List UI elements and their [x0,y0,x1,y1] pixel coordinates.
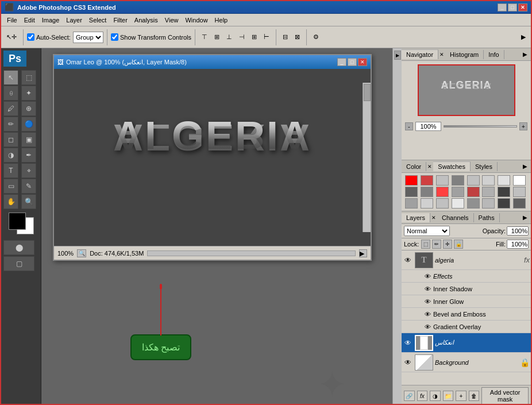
lock-position-button[interactable]: ✛ [443,240,452,249]
effect-eye-bevel-emboss[interactable]: 👁 [425,311,431,318]
tab-navigator[interactable]: Navigator [402,49,438,59]
swatch-light-gray[interactable] [436,175,449,186]
swatch-silver[interactable] [467,175,480,186]
swatch-gray[interactable] [452,175,464,186]
swatch-gray-3g[interactable] [498,198,510,209]
tab-color[interactable]: Color [402,162,426,171]
auto-select-dropdown[interactable]: Group Layer [73,32,103,43]
screen-mode-button[interactable]: ▢ [3,256,34,271]
lock-transparent-button[interactable]: ⬚ [421,240,430,249]
close-button[interactable]: ✕ [518,3,527,11]
selection-tool-button[interactable]: ↖ [3,70,18,85]
zoom-in-button[interactable]: + [519,122,527,130]
menu-analysis[interactable]: Analysis [131,16,161,25]
swatch-dark-gray[interactable] [405,187,418,197]
dodge-tool-button[interactable]: ◑ [3,148,18,163]
effect-eye-gradient-overlay[interactable]: 👁 [425,323,431,330]
align-center-button[interactable]: ⊞ [249,32,260,43]
swatches-menu-button[interactable]: ▶ [519,162,531,171]
swatch-charcoal[interactable] [498,187,510,197]
dist-h-button[interactable]: ⊟ [280,32,291,43]
align-right-button[interactable]: ⊢ [261,32,272,43]
layer-row-ankaas[interactable]: 👁 انعکاس [402,333,531,353]
menu-help[interactable]: Help [211,16,232,25]
menu-image[interactable]: Image [38,16,63,25]
text-tool-button[interactable]: T [3,163,18,178]
tab-info[interactable]: Info [484,50,504,59]
clone-stamp-button[interactable]: 🔵 [21,117,36,132]
align-bottom-button[interactable]: ⊥ [223,32,235,43]
dist-v-button[interactable]: ⊠ [292,32,303,43]
zoom-out-small-button[interactable]: - [405,122,413,130]
tab-swatches[interactable]: Swatches [433,161,471,171]
tab-paths[interactable]: Paths [474,213,500,222]
effect-gradient-overlay[interactable]: 👁 Gradient Overlay [402,321,531,333]
move-tool-button[interactable]: ↖✛ [3,32,20,43]
panel-toggle-button[interactable]: ▶ [394,51,401,60]
swatch-gray-3b[interactable] [421,198,433,209]
lasso-tool-button[interactable]: ⍬ [3,86,18,101]
delete-layer-button[interactable]: 🗑 [469,391,480,401]
show-transform-checkbox[interactable] [111,33,118,41]
swatch-dark-red[interactable] [421,175,433,186]
eyedropper-button[interactable]: 🖊 [3,101,18,116]
zoom-out-button[interactable]: 🔍 [77,249,86,257]
swatch-pale-gray[interactable] [513,187,526,197]
hand-tool-button[interactable]: ✋ [3,194,18,209]
add-vector-mask-button[interactable]: Add vector mask [481,387,529,404]
layers-menu-button[interactable]: ▶ [519,213,531,222]
swatch-gray-3a[interactable] [405,198,418,209]
tab-channels[interactable]: Channels [437,213,473,222]
align-middle-button[interactable]: ⊞ [211,32,222,43]
brush-tool-button[interactable]: ✏ [3,117,18,132]
layer-eye-algeria[interactable]: 👁 [403,255,413,265]
doc-scroll-h[interactable] [147,250,356,256]
more-button[interactable]: ▶ [518,32,529,43]
notes-tool-button[interactable]: ✎ [21,179,36,194]
effect-inner-glow[interactable]: 👁 Inner Glow [402,295,531,308]
swatch-gray-3e[interactable] [467,198,480,209]
link-layers-button[interactable]: 🔗 [404,391,415,401]
doc-close-button[interactable]: ✕ [358,58,367,66]
gradient-tool-button[interactable]: ▣ [21,132,36,147]
swatch-warm-gray[interactable] [482,187,495,197]
crop-tool-button[interactable]: ⬚ [21,70,36,85]
path-select-button[interactable]: ⌖ [21,163,36,178]
swatch-red[interactable] [405,175,418,186]
menu-filter[interactable]: Filter [110,16,130,25]
swatch-medium-gray[interactable] [452,187,464,197]
effect-eye-inner-glow[interactable]: 👁 [425,298,431,305]
pen-tool-button[interactable]: ✒ [21,148,36,163]
eraser-tool-button[interactable]: ◻ [3,132,18,147]
tab-styles[interactable]: Styles [471,162,498,171]
zoom-slider[interactable] [444,125,517,128]
navigator-menu-button[interactable]: ▶ [519,50,531,59]
lock-all-button[interactable]: 🔒 [454,240,463,249]
menu-view[interactable]: View [161,16,182,25]
tab-histogram[interactable]: Histogram [445,50,484,59]
effect-inner-shadow[interactable]: 👁 Inner Shadow [402,283,531,295]
layer-row-background[interactable]: 👁 Background 🔒 [402,353,531,372]
swatch-gray-3c[interactable] [436,198,449,209]
effect-eye-inner-shadow[interactable]: 👁 [425,286,431,292]
doc-scroll-v[interactable] [363,83,371,232]
menu-window[interactable]: Window [182,16,211,25]
effects-eye[interactable]: 👁 [425,273,431,280]
shape-tool-button[interactable]: ▭ [3,179,18,194]
lock-pixels-button[interactable]: ✏ [432,240,441,249]
layer-eye-background[interactable]: 👁 [403,357,413,368]
doc-restore-button[interactable]: □ [348,58,357,66]
maximize-button[interactable]: □ [508,3,517,11]
align-left-button[interactable]: ⊣ [236,32,248,43]
new-adjustment-button[interactable]: ◑ [430,391,441,401]
swatch-gray-3f[interactable] [482,198,495,209]
layer-fx-button[interactable]: fx [417,391,428,401]
minimize-button[interactable]: _ [498,3,507,11]
tab-navigator-close[interactable]: ✕ [438,51,445,59]
magic-wand-button[interactable]: ✦ [21,86,36,101]
doc-minimize-button[interactable]: _ [337,58,346,66]
swatch-near-white[interactable] [498,175,510,186]
menu-edit[interactable]: Edit [21,16,38,25]
effect-bevel-emboss[interactable]: 👁 Bevel and Emboss [402,308,531,321]
nav-zoom-input[interactable] [415,122,441,131]
